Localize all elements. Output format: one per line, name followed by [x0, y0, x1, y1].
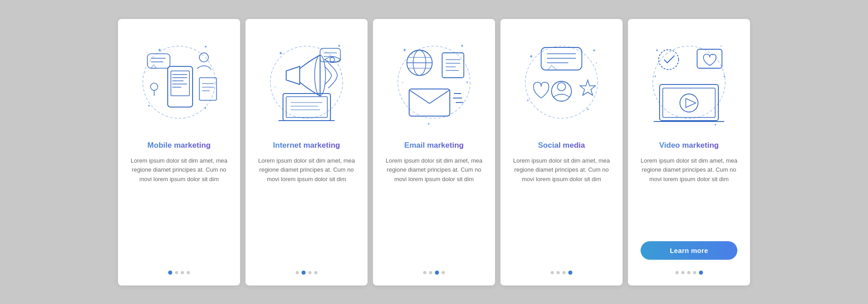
- svg-text:○: ○: [401, 80, 404, 84]
- dot-3: [308, 271, 311, 274]
- svg-point-13: [151, 83, 158, 90]
- svg-text:+: +: [595, 61, 598, 65]
- mobile-marketing-text: Lorem ipsum dolor sit dim amet, mea regi…: [131, 156, 227, 260]
- svg-text:○: ○: [720, 43, 722, 48]
- dot-3: [687, 271, 690, 274]
- dot-2: [302, 271, 306, 275]
- svg-text:✦: ✦: [427, 122, 430, 126]
- svg-rect-15: [199, 78, 217, 100]
- dot-1: [168, 271, 172, 275]
- video-marketing-title: Video marketing: [659, 141, 719, 150]
- video-marketing-text: Lorem ipsum dolor sit dim amet, mea regi…: [641, 156, 737, 234]
- email-marketing-text: Lorem ipsum dolor sit dim amet, mea regi…: [386, 156, 482, 260]
- email-marketing-illustration: ✦ ✦ ✦ ○ ✦: [389, 33, 479, 132]
- dot-1: [675, 271, 679, 274]
- svg-text:✦: ✦: [526, 98, 529, 103]
- dot-2: [681, 271, 684, 274]
- card-mobile-marketing: ✦ ✦ + ○ ✦ ✦ Mobile marketing Lorem ipsum…: [118, 19, 240, 285]
- svg-text:✦: ✦: [714, 123, 717, 127]
- card-video-marketing: ✦ ○ ✦ ✦ ✦ Video marketing Lorem ipsum do…: [628, 19, 750, 285]
- svg-text:✦: ✦: [654, 75, 657, 79]
- svg-text:✦: ✦: [723, 75, 726, 79]
- dot-4: [187, 271, 190, 274]
- svg-rect-52: [409, 89, 450, 116]
- svg-text:✦: ✦: [460, 43, 464, 48]
- svg-point-33: [330, 57, 335, 62]
- video-marketing-pagination: [675, 271, 703, 275]
- svg-text:✦: ✦: [278, 50, 283, 56]
- mobile-marketing-illustration: ✦ ✦ + ○ ✦ ✦: [134, 33, 224, 132]
- svg-rect-78: [660, 84, 718, 121]
- svg-marker-11: [151, 65, 156, 68]
- card-internet-marketing: ✦ ✦ + ○ Internet marketing Lorem ipsum d…: [245, 19, 368, 285]
- dot-3: [562, 271, 566, 274]
- svg-text:✦: ✦: [592, 48, 596, 53]
- dot-3: [181, 271, 184, 274]
- dot-1: [423, 271, 426, 274]
- svg-rect-47: [442, 53, 464, 78]
- svg-rect-8: [147, 54, 170, 68]
- dot-4: [568, 271, 572, 275]
- dot-1: [551, 271, 554, 274]
- svg-rect-62: [541, 47, 582, 70]
- social-media-illustration: ✦ ✦ + ✦ ✦: [516, 33, 607, 132]
- email-marketing-pagination: [423, 271, 445, 275]
- dot-3: [435, 271, 439, 275]
- internet-marketing-title: Internet marketing: [273, 141, 340, 150]
- svg-rect-28: [286, 97, 327, 117]
- svg-text:✦: ✦: [529, 53, 533, 60]
- card-email-marketing: ✦ ✦ ✦ ○ ✦ Email marketing Lorem ipsum do…: [373, 19, 495, 285]
- video-marketing-illustration: ✦ ○ ✦ ✦ ✦: [644, 33, 734, 132]
- internet-marketing-text: Lorem ipsum dolor sit dim amet, mea regi…: [258, 156, 355, 260]
- svg-rect-1: [168, 66, 193, 107]
- svg-marker-66: [548, 65, 557, 70]
- internet-marketing-illustration: ✦ ✦ + ○: [261, 33, 352, 132]
- svg-text:✦: ✦: [204, 106, 207, 110]
- svg-point-12: [199, 53, 208, 62]
- dot-4: [314, 271, 317, 274]
- dot-2: [429, 271, 432, 274]
- email-marketing-title: Email marketing: [404, 141, 463, 150]
- social-media-text: Lorem ipsum dolor sit dim amet, mea regi…: [513, 156, 610, 260]
- dot-4: [693, 271, 696, 274]
- svg-text:✦: ✦: [402, 47, 407, 53]
- mobile-marketing-pagination: [168, 271, 190, 275]
- dot-1: [296, 271, 299, 274]
- svg-point-76: [659, 50, 679, 70]
- svg-marker-69: [580, 80, 595, 95]
- svg-text:✦: ✦: [586, 108, 590, 112]
- card-social-media: ✦ ✦ + ✦ ✦ Social media Lorem ipsum dolor…: [500, 19, 623, 285]
- dot-4: [442, 271, 445, 274]
- svg-text:○: ○: [274, 85, 276, 89]
- svg-text:+: +: [210, 68, 212, 72]
- svg-marker-82: [686, 98, 696, 108]
- svg-text:○: ○: [144, 70, 146, 74]
- svg-text:✦: ✦: [337, 43, 341, 48]
- social-media-title: Social media: [538, 141, 585, 150]
- dot-5: [699, 271, 703, 275]
- cards-container: ✦ ✦ + ○ ✦ ✦ Mobile marketing Lorem ipsum…: [118, 19, 750, 285]
- learn-more-button[interactable]: Learn more: [641, 241, 737, 260]
- svg-rect-27: [283, 94, 330, 121]
- dot-2: [175, 271, 178, 274]
- svg-text:✦: ✦: [147, 104, 151, 108]
- svg-text:✦: ✦: [157, 47, 162, 53]
- svg-text:✦: ✦: [466, 80, 469, 84]
- svg-point-68: [557, 83, 566, 91]
- mobile-marketing-title: Mobile marketing: [147, 141, 211, 150]
- svg-point-75: [653, 46, 725, 118]
- svg-text:+: +: [340, 72, 343, 76]
- dot-2: [557, 271, 560, 274]
- internet-marketing-pagination: [296, 271, 317, 275]
- social-media-pagination: [551, 271, 572, 275]
- svg-text:✦: ✦: [204, 44, 208, 49]
- svg-text:✦: ✦: [655, 48, 659, 53]
- svg-point-67: [552, 81, 571, 101]
